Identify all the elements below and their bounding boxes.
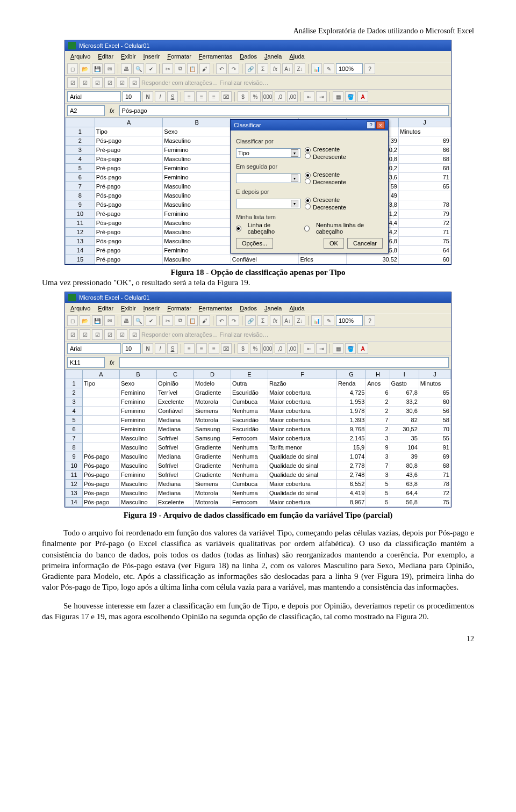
cell[interactable]: Pós-pago xyxy=(83,461,120,470)
row-header[interactable]: 3 xyxy=(66,146,95,155)
cell[interactable]: 69 xyxy=(398,136,450,146)
cell[interactable]: Masculino xyxy=(120,498,157,507)
new-icon[interactable]: ◻ xyxy=(67,315,78,326)
cell[interactable]: 78 xyxy=(398,200,450,209)
review-icon[interactable]: ☑ xyxy=(67,329,78,340)
cell[interactable]: 43,6 xyxy=(390,470,419,480)
border-icon[interactable]: ▦ xyxy=(333,343,343,354)
review-icon[interactable]: ☑ xyxy=(129,77,140,88)
cell[interactable]: Feminino xyxy=(163,209,231,219)
cell[interactable]: Masculino xyxy=(163,200,231,209)
ok-button[interactable]: OK xyxy=(324,238,344,249)
sort-field-2[interactable]: ▾ xyxy=(236,173,300,183)
cell[interactable]: Tipo xyxy=(95,127,163,136)
col-header[interactable]: A xyxy=(95,118,163,127)
cell[interactable]: 56 xyxy=(419,407,450,416)
inc-dec-icon[interactable]: ,0 xyxy=(275,91,285,102)
menu-arquivo[interactable]: Arquivo xyxy=(67,304,94,313)
cell[interactable]: Pré-pago xyxy=(95,146,163,155)
row-header[interactable]: 1 xyxy=(66,127,95,136)
cell[interactable]: 79 xyxy=(398,209,450,219)
print-icon[interactable]: 🖶 xyxy=(121,315,132,326)
cell[interactable]: 75 xyxy=(419,498,450,507)
cell[interactable]: 5 xyxy=(366,498,390,507)
row-header[interactable]: 6 xyxy=(66,173,95,182)
link-icon[interactable]: 🔗 xyxy=(245,63,256,74)
row-header[interactable]: 5 xyxy=(66,164,95,173)
cell[interactable]: Motorola xyxy=(194,498,231,507)
dialog-close-icon[interactable]: × xyxy=(376,121,385,129)
cell[interactable]: Feminino xyxy=(163,146,231,155)
menu-ferramentas[interactable]: Ferramentas xyxy=(196,52,235,61)
cell[interactable]: 64,4 xyxy=(390,489,419,498)
undo-icon[interactable]: ↶ xyxy=(216,315,227,326)
fill-color-icon[interactable]: 🪣 xyxy=(345,343,356,354)
cell[interactable]: Masculino xyxy=(120,461,157,470)
row-header[interactable]: 2 xyxy=(66,388,83,397)
col-header[interactable]: B xyxy=(163,118,231,127)
review-icon[interactable]: ☑ xyxy=(92,77,103,88)
merge-icon[interactable]: ⌧ xyxy=(221,343,232,354)
menu-exibir[interactable]: Exibir xyxy=(118,304,139,313)
review-icon[interactable]: ☑ xyxy=(129,329,140,340)
cell[interactable] xyxy=(83,443,120,452)
spell-icon[interactable]: ✔ xyxy=(146,63,156,74)
col-header[interactable]: B xyxy=(120,370,157,379)
cell[interactable] xyxy=(83,407,120,416)
menu-arquivo[interactable]: Arquivo xyxy=(67,52,94,61)
cell[interactable]: 4,725 xyxy=(337,388,366,397)
cell[interactable]: Masculino xyxy=(163,136,231,146)
row-header[interactable]: 10 xyxy=(66,209,95,219)
cell[interactable]: 69 xyxy=(419,452,450,461)
cell[interactable]: Masculino xyxy=(163,228,231,237)
redo-icon[interactable]: ↷ xyxy=(228,315,239,326)
italic-icon[interactable]: I xyxy=(155,343,166,354)
align-left-icon[interactable]: ≡ xyxy=(184,343,195,354)
menu-inserir[interactable]: Inserir xyxy=(140,52,163,61)
cell[interactable]: Pré-pago xyxy=(95,255,163,264)
cell[interactable]: Pré-pago xyxy=(95,164,163,173)
zoom-box[interactable]: 100% xyxy=(336,315,363,326)
cell[interactable]: Masculino xyxy=(163,155,231,164)
copy-icon[interactable]: ⧉ xyxy=(175,63,185,74)
fx-icon[interactable]: fx xyxy=(270,63,281,74)
menu-ajuda[interactable]: Ajuda xyxy=(286,304,307,313)
cell[interactable] xyxy=(83,434,120,443)
new-icon[interactable]: ◻ xyxy=(67,63,78,74)
cell[interactable]: Gradiente xyxy=(194,470,231,480)
radio-decrescente-1[interactable] xyxy=(305,153,311,159)
cell[interactable]: Masculino xyxy=(163,191,231,200)
cell[interactable]: Gradiente xyxy=(194,461,231,470)
row-header[interactable]: 7 xyxy=(66,182,95,191)
cell[interactable]: Sofrível xyxy=(156,470,194,480)
inc-dec-icon[interactable]: ,0 xyxy=(275,343,285,354)
cell[interactable]: Gradiente xyxy=(194,388,231,397)
align-center-icon[interactable]: ≡ xyxy=(196,91,207,102)
cell[interactable]: Maior cobertura xyxy=(268,407,336,416)
row-header[interactable]: 9 xyxy=(66,200,95,209)
comma-icon[interactable]: 000 xyxy=(262,91,273,102)
sort-desc-icon[interactable]: Z↓ xyxy=(295,315,305,326)
format-painter-icon[interactable]: 🖌 xyxy=(199,315,210,326)
review-icon[interactable]: ☑ xyxy=(92,329,103,340)
row-header[interactable]: 8 xyxy=(66,443,83,452)
cell[interactable]: Masculino xyxy=(120,434,157,443)
cell[interactable]: Pós-pago xyxy=(83,452,120,461)
save-icon[interactable]: 💾 xyxy=(92,315,103,326)
row-header[interactable]: 6 xyxy=(66,425,83,434)
cut-icon[interactable]: ✂ xyxy=(162,63,173,74)
cell[interactable]: Gradiente xyxy=(194,452,231,461)
cell[interactable]: Maior cobertura xyxy=(268,498,336,507)
copy-icon[interactable]: ⧉ xyxy=(175,315,185,326)
radio-header-yes[interactable] xyxy=(236,226,241,231)
cell[interactable]: 68 xyxy=(398,164,450,173)
col-header[interactable] xyxy=(66,370,83,379)
cell[interactable]: Samsung xyxy=(194,434,231,443)
cell[interactable]: 8,967 xyxy=(337,498,366,507)
cell[interactable]: Pós-pago xyxy=(83,470,120,480)
open-icon[interactable]: 📂 xyxy=(80,63,90,74)
cell[interactable]: Feminino xyxy=(120,416,157,425)
fill-color-icon[interactable]: 🪣 xyxy=(345,91,356,102)
cell[interactable]: 5 xyxy=(366,489,390,498)
cell[interactable]: Nenhuma xyxy=(231,443,268,452)
